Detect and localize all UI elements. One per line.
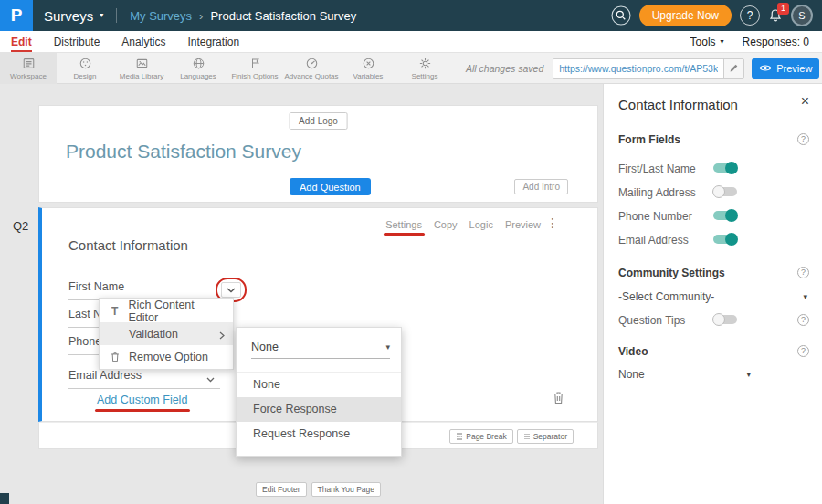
validation-option-request-response[interactable]: Request Response (237, 422, 401, 446)
top-header: P Surveys ▾ My Surveys › Product Satisfa… (0, 0, 822, 31)
breadcrumb-separator: › (199, 9, 203, 23)
question-tips-help-button[interactable]: ? (797, 314, 809, 326)
video-select[interactable]: None ▾ (618, 368, 751, 381)
user-avatar[interactable]: S (791, 5, 813, 26)
edit-url-button[interactable] (723, 59, 743, 78)
search-icon (611, 5, 631, 26)
toolbar-item-label: Workspace (10, 72, 47, 80)
field-context-menu: T Rich Content Editor Validation Remove … (99, 298, 234, 370)
languages-icon (192, 57, 206, 70)
questionpro-logo[interactable]: P (0, 0, 33, 31)
survey-url-input[interactable] (553, 59, 723, 78)
toggle-question-tips[interactable] (713, 315, 737, 324)
question-overflow-menu[interactable]: ⋮ (546, 216, 559, 229)
question-action-preview[interactable]: Preview (505, 219, 541, 230)
breadcrumb: My Surveys › Product Satisfaction Survey (130, 9, 356, 23)
upgrade-now-button[interactable]: Upgrade Now (639, 5, 732, 26)
separator-button[interactable]: Separator (517, 429, 574, 444)
toolbar-item-settings[interactable]: Settings (396, 53, 453, 84)
edit-footer-button[interactable]: Edit Footer (256, 482, 307, 497)
menu-item-remove-option[interactable]: Remove Option (100, 345, 233, 368)
add-question-button[interactable]: Add Question (290, 178, 371, 195)
question-action-copy[interactable]: Copy (434, 219, 458, 230)
design-icon (79, 57, 92, 70)
toolbar-item-languages[interactable]: Languages (170, 53, 227, 84)
validation-options: None Force Response Request Response (237, 372, 401, 446)
notifications-button[interactable]: 1 (768, 8, 783, 23)
question-number: Q2 (13, 219, 28, 233)
header-actions: Upgrade Now ? 1 S (611, 5, 822, 26)
corner-accent (0, 493, 9, 504)
toggle-first-last-name[interactable] (713, 163, 737, 173)
toolbar-item-design[interactable]: Design (57, 53, 113, 84)
validation-select[interactable]: None ▾ (251, 336, 390, 359)
settings-gear-icon (418, 57, 432, 70)
question-title[interactable]: Contact Information (68, 237, 188, 253)
delete-question-button[interactable] (553, 391, 564, 407)
menu-item-validation[interactable]: Validation (100, 322, 233, 345)
toggle-label-mailing-address: Mailing Address (618, 186, 696, 199)
surveys-menu-label: Surveys (44, 8, 93, 24)
help-button[interactable]: ? (740, 5, 760, 26)
thank-you-page-button[interactable]: Thank You Page (311, 482, 381, 497)
header-divider (116, 8, 117, 23)
preview-button[interactable]: Preview (752, 58, 819, 79)
question-action-settings[interactable]: Settings (385, 219, 422, 230)
toggle-knob (712, 185, 725, 198)
add-intro-button[interactable]: Add Intro (514, 179, 568, 194)
tab-integration[interactable]: Integration (187, 31, 239, 52)
video-help-button[interactable]: ? (797, 345, 809, 357)
toggle-phone-number[interactable] (713, 211, 737, 220)
breadcrumb-my-surveys[interactable]: My Surveys (130, 9, 192, 23)
add-custom-field-link[interactable]: Add Custom Field (97, 394, 187, 406)
validation-option-force-response[interactable]: Force Response (237, 397, 401, 422)
question-actions: Settings Copy Logic Preview (385, 219, 541, 230)
eye-icon (759, 64, 772, 72)
community-select[interactable]: -Select Community- ▾ (618, 290, 807, 303)
field-label: Email Address (68, 369, 142, 382)
form-fields-heading: Form Fields (618, 133, 680, 146)
validation-selected-value: None (251, 341, 279, 353)
survey-title[interactable]: Product Satisfaction Survey (66, 141, 301, 163)
add-logo-button[interactable]: Add Logo (289, 112, 348, 130)
page-break-button[interactable]: Page Break (449, 429, 512, 444)
menu-item-label: Validation (129, 328, 178, 341)
toolbar-item-media-library[interactable]: Media Library (113, 53, 170, 84)
responses-count: Responses: 0 (743, 36, 809, 48)
toolbar-item-advance-quotas[interactable]: Advance Quotas (283, 53, 340, 84)
separator-icon (523, 433, 531, 440)
tab-edit[interactable]: Edit (11, 31, 32, 52)
toolbar-item-variables[interactable]: Variables (340, 53, 396, 84)
separator-label: Separator (533, 432, 567, 441)
community-help-button[interactable]: ? (797, 267, 809, 278)
toggle-email-address[interactable] (713, 235, 737, 244)
menu-item-label: Rich Content Editor (129, 299, 225, 324)
form-field-email-address[interactable]: Email Address (68, 369, 220, 389)
video-select-value: None (618, 368, 645, 381)
pencil-icon (729, 63, 739, 73)
chevron-down-icon (206, 373, 215, 385)
toggle-label-question-tips: Question Tips (618, 314, 685, 327)
search-button[interactable] (611, 5, 631, 26)
close-panel-button[interactable]: × (801, 94, 809, 109)
notification-badge: 1 (777, 3, 789, 15)
tab-distribute[interactable]: Distribute (54, 31, 100, 52)
caret-down-icon: ▾ (721, 38, 724, 46)
finish-options-icon (248, 57, 262, 70)
toggle-label-email-address: Email Address (618, 234, 689, 247)
form-fields-help-button[interactable]: ? (797, 133, 809, 145)
toggle-mailing-address[interactable] (713, 187, 737, 196)
toggle-knob (725, 209, 738, 222)
question-action-logic[interactable]: Logic (469, 219, 493, 230)
caret-down-icon: ▾ (385, 343, 390, 352)
toolbar-item-workspace[interactable]: Workspace (0, 53, 57, 84)
validation-option-none[interactable]: None (237, 373, 401, 397)
menu-item-rich-content-editor[interactable]: T Rich Content Editor (100, 299, 233, 322)
tools-menu[interactable]: Tools ▾ (690, 36, 724, 48)
annotation-underline-custom-field (95, 409, 190, 412)
footer-buttons: Edit Footer Thank You Page (38, 482, 598, 497)
strip-buttons: Page Break Separator (449, 429, 574, 444)
toolbar-item-finish-options[interactable]: Finish Options (227, 53, 283, 84)
surveys-menu[interactable]: Surveys ▾ (44, 8, 103, 24)
tab-analytics[interactable]: Analytics (121, 31, 165, 52)
